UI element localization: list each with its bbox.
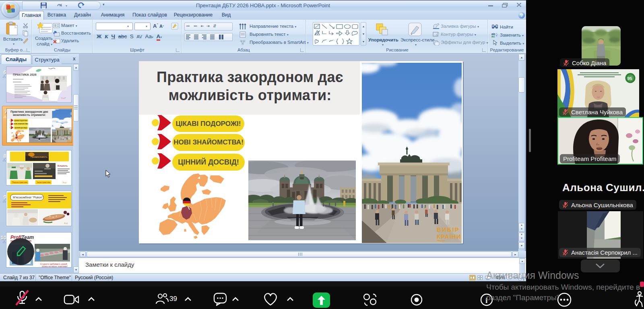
svg-text:Profi: Profi [64,222,68,225]
svg-text:Кількість: Кількість [58,165,68,167]
svg-text:ПРАКТИКА 2026: ПРАКТИКА 2026 [13,73,37,76]
svg-text:досвід на наших практиках!: досвід на наших практиках! [42,265,68,268]
svg-text:Промисловість: Промисловість [31,156,47,158]
svg-text:КРАЇНИ: КРАЇНИ [437,233,461,240]
svg-text:Інша практика: Інша практика [37,181,50,183]
svg-text:ВИБІР: ВИБІР [437,226,460,233]
svg-text:Profi: Profi [63,182,66,184]
svg-text:ac: ac [491,35,495,37]
svg-text:95: 95 [627,76,632,81]
svg-text:Перша практика: Перша практика [12,181,27,183]
svg-text:КРАЇНИ: КРАЇНИ [67,141,72,143]
svg-text:ProfiT: ProfiT [61,97,66,99]
svg-text:М'ясокомбінат "Piukon": М'ясокомбінат "Piukon" [13,196,43,199]
